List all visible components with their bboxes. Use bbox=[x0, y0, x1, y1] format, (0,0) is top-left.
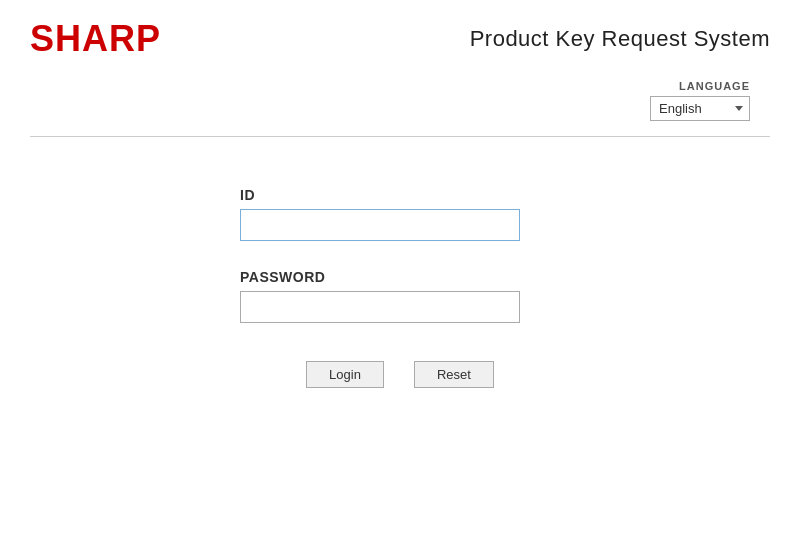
password-input[interactable] bbox=[240, 291, 520, 323]
password-field-group: PASSWORD bbox=[240, 269, 560, 323]
id-input[interactable] bbox=[240, 209, 520, 241]
id-label: ID bbox=[240, 187, 560, 203]
id-field-group: ID bbox=[240, 187, 560, 241]
button-row: Login Reset bbox=[306, 361, 494, 388]
login-button[interactable]: Login bbox=[306, 361, 384, 388]
language-label: LANGUAGE bbox=[679, 80, 750, 92]
page-title: Product Key Request System bbox=[470, 26, 770, 52]
login-form: ID PASSWORD Login Reset bbox=[0, 187, 800, 388]
reset-button[interactable]: Reset bbox=[414, 361, 494, 388]
language-section: LANGUAGE English Japanese German French … bbox=[0, 70, 800, 136]
sharp-logo: SHARP bbox=[30, 18, 161, 60]
language-select[interactable]: English Japanese German French Spanish bbox=[650, 96, 750, 121]
horizontal-divider bbox=[30, 136, 770, 137]
header: SHARP Product Key Request System bbox=[0, 0, 800, 70]
password-label: PASSWORD bbox=[240, 269, 560, 285]
